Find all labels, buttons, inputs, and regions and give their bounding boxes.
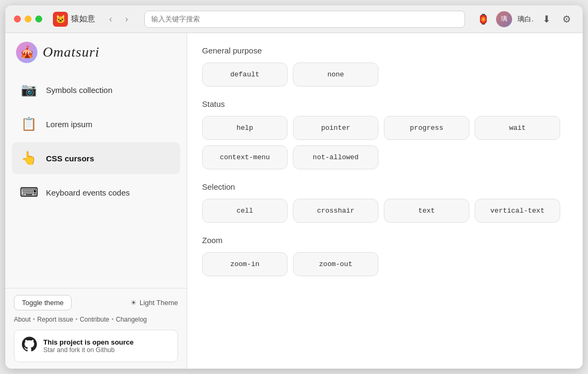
cursor-btn-cell[interactable]: cell bbox=[202, 199, 288, 223]
cursor-btn-zoom-out[interactable]: zoom-out bbox=[293, 252, 378, 276]
section-status: Statushelppointerprogresswaitcontext-men… bbox=[202, 99, 568, 169]
cursor-grid-zoom: zoom-inzoom-out bbox=[202, 252, 568, 276]
cursor-btn-vertical-text[interactable]: vertical-text bbox=[475, 199, 560, 223]
cursor-btn-crosshair[interactable]: crosshair bbox=[293, 199, 378, 223]
github-card[interactable]: This project is open source Star and for… bbox=[14, 330, 178, 362]
theme-name: Light Theme bbox=[140, 299, 178, 307]
sun-icon: ☀ bbox=[130, 299, 137, 307]
settings-icon[interactable]: ⚙ bbox=[559, 12, 574, 27]
nav-icon-symbols: 📷 bbox=[19, 80, 38, 99]
cursor-btn-wait[interactable]: wait bbox=[475, 116, 560, 140]
contribute-link[interactable]: Contribute bbox=[80, 316, 109, 323]
github-icon bbox=[22, 337, 37, 355]
cursor-btn-progress[interactable]: progress bbox=[384, 116, 469, 140]
section-title-zoom: Zoom bbox=[202, 236, 568, 245]
github-text: This project is open source Star and for… bbox=[43, 338, 134, 354]
app-icon-area: 🐱 猿如意 bbox=[53, 12, 95, 27]
section-selection: Selectioncellcrosshairtextvertical-text bbox=[202, 182, 568, 223]
cursor-btn-text[interactable]: text bbox=[384, 199, 469, 223]
download-icon[interactable]: ⬇ bbox=[539, 12, 554, 27]
cursor-btn-zoom-in[interactable]: zoom-in bbox=[202, 252, 288, 276]
app-icon: 🐱 bbox=[53, 12, 68, 27]
username-label: 璃白. bbox=[517, 14, 533, 24]
nav-icon-lorem: 📋 bbox=[19, 114, 38, 134]
toggle-theme-button[interactable]: Toggle theme bbox=[14, 295, 72, 310]
app-window: 🐱 猿如意 ‹ › 🏮 璃 璃白. ⬇ ⚙ 🎪 Omatsuri bbox=[5, 5, 583, 369]
github-title: This project is open source bbox=[43, 338, 134, 346]
sidebar-item-symbols[interactable]: 📷 Symbols collection bbox=[12, 74, 180, 106]
avatar[interactable]: 璃 bbox=[496, 11, 512, 27]
cursor-grid-general: defaultnone bbox=[202, 63, 568, 87]
flag-icon[interactable]: 🏮 bbox=[476, 12, 491, 27]
nav-label-keyboard: Keyboard events codes bbox=[46, 188, 130, 197]
search-input[interactable] bbox=[144, 11, 465, 28]
traffic-lights bbox=[14, 15, 42, 22]
toggle-theme-row: Toggle theme ☀ Light Theme bbox=[14, 295, 178, 310]
cursor-grid-status: helppointerprogresswaitcontext-menunot-a… bbox=[202, 116, 568, 169]
cursor-btn-not-allowed[interactable]: not-allowed bbox=[293, 145, 378, 169]
logo-area: 🎪 Omatsuri bbox=[5, 42, 187, 74]
main-area: 🎪 Omatsuri 📷 Symbols collection 📋 Lorem … bbox=[5, 33, 583, 369]
sidebar-item-cursors[interactable]: 👆 CSS cursors bbox=[12, 142, 180, 174]
sidebar-item-keyboard[interactable]: ⌨ Keyboard events codes bbox=[12, 176, 180, 208]
section-title-general: General purpose bbox=[202, 46, 568, 55]
nav-forward-button[interactable]: › bbox=[120, 12, 134, 26]
app-name-cn: 猿如意 bbox=[71, 14, 95, 24]
nav-back-button[interactable]: ‹ bbox=[104, 12, 118, 26]
minimize-button[interactable] bbox=[25, 15, 32, 22]
changelog-link[interactable]: Changelog bbox=[116, 316, 147, 323]
logo-text: Omatsuri bbox=[43, 44, 99, 60]
sidebar-footer: Toggle theme ☀ Light Theme About • Repor… bbox=[5, 288, 187, 369]
content-area: General purposedefaultnoneStatushelppoin… bbox=[187, 33, 583, 369]
cursor-btn-help[interactable]: help bbox=[202, 116, 288, 140]
report-issue-link[interactable]: Report issue bbox=[37, 316, 73, 323]
section-zoom: Zoomzoom-inzoom-out bbox=[202, 236, 568, 276]
titlebar-right: 🏮 璃 璃白. ⬇ ⚙ bbox=[476, 11, 574, 27]
about-link[interactable]: About bbox=[14, 316, 30, 323]
nav-label-symbols: Symbols collection bbox=[46, 85, 112, 95]
logo-icon: 🎪 bbox=[16, 42, 37, 63]
cursor-btn-pointer[interactable]: pointer bbox=[293, 116, 378, 140]
maximize-button[interactable] bbox=[35, 15, 42, 22]
close-button[interactable] bbox=[14, 15, 21, 22]
sidebar: 🎪 Omatsuri 📷 Symbols collection 📋 Lorem … bbox=[5, 33, 187, 369]
cursor-grid-selection: cellcrosshairtextvertical-text bbox=[202, 199, 568, 223]
nav-list: 📷 Symbols collection 📋 Lorem ipsum 👆 CSS… bbox=[5, 74, 187, 288]
nav-icon-cursors: 👆 bbox=[19, 149, 38, 168]
cursor-btn-none[interactable]: none bbox=[293, 63, 378, 87]
titlebar: 🐱 猿如意 ‹ › 🏮 璃 璃白. ⬇ ⚙ bbox=[5, 5, 583, 33]
sidebar-item-lorem[interactable]: 📋 Lorem ipsum bbox=[12, 108, 180, 140]
footer-links: About • Report issue • Contribute • Chan… bbox=[14, 316, 178, 323]
nav-arrows: ‹ › bbox=[104, 12, 134, 26]
nav-label-lorem: Lorem ipsum bbox=[46, 120, 92, 129]
section-title-selection: Selection bbox=[202, 182, 568, 191]
section-general: General purposedefaultnone bbox=[202, 46, 568, 87]
section-title-status: Status bbox=[202, 99, 568, 108]
nav-icon-keyboard: ⌨ bbox=[19, 183, 38, 202]
github-sub: Star and fork it on Github bbox=[43, 346, 134, 354]
nav-label-cursors: CSS cursors bbox=[46, 154, 94, 163]
cursor-btn-default[interactable]: default bbox=[202, 63, 288, 87]
theme-label: ☀ Light Theme bbox=[130, 299, 178, 307]
cursor-btn-context-menu[interactable]: context-menu bbox=[202, 145, 288, 169]
